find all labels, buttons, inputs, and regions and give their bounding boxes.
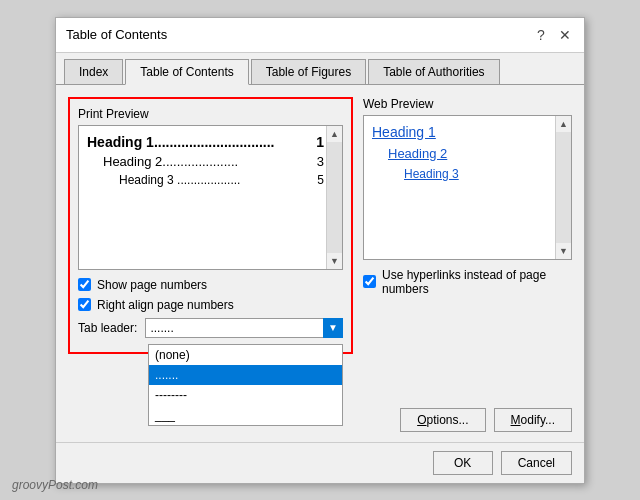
show-page-numbers-label: Show page numbers	[97, 278, 207, 292]
web-preview-box: Heading 1 Heading 2 Heading 3 ▲ ▼	[363, 115, 572, 260]
print-h3: Heading 3 ...................5	[119, 173, 324, 187]
web-h1: Heading 1	[372, 124, 553, 140]
scroll-track	[327, 142, 342, 253]
right-align-checkbox[interactable]	[78, 298, 91, 311]
right-align-row: Right align page numbers	[78, 298, 343, 312]
modify-button[interactable]: Modify...	[494, 408, 572, 432]
options-label: O	[417, 413, 426, 427]
print-h2: Heading 2.....................3	[103, 154, 324, 169]
dialog: Table of Contents ? ✕ Index Table of Con…	[55, 17, 585, 484]
tab-leader-display[interactable]: .......	[145, 318, 343, 338]
show-page-numbers-checkbox[interactable]	[78, 278, 91, 291]
dialog-title: Table of Contents	[66, 27, 167, 42]
tab-leader-row: Tab leader: ....... ▼	[78, 318, 343, 338]
dropdown-item-underline[interactable]: ___	[149, 405, 342, 425]
title-bar: Table of Contents ? ✕	[56, 18, 584, 53]
modify-rest: odify...	[521, 413, 555, 427]
tab-bar: Index Table of Contents Table of Figures…	[56, 53, 584, 85]
watermark: groovyPost.com	[12, 478, 98, 492]
help-button[interactable]: ?	[532, 26, 550, 44]
dropdown-item-none[interactable]: (none)	[149, 345, 342, 365]
scroll-down-arrow[interactable]: ▼	[327, 253, 343, 269]
tab-leader-wrapper: ....... ▼	[145, 318, 343, 338]
dropdown-item-dashes[interactable]: --------	[149, 385, 342, 405]
main-content: Print Preview Heading 1.................…	[56, 85, 584, 402]
right-align-label: Right align page numbers	[97, 298, 234, 312]
tab-authorities[interactable]: Table of Authorities	[368, 59, 499, 84]
bottom-buttons: OK Cancel	[56, 442, 584, 483]
print-preview-box: Heading 1...............................…	[78, 125, 343, 270]
web-preview-label: Web Preview	[363, 97, 572, 111]
checkbox-section: Show page numbers Right align page numbe…	[78, 278, 343, 312]
web-h3: Heading 3	[404, 167, 553, 181]
print-preview-label: Print Preview	[78, 107, 343, 121]
right-options: Use hyperlinks instead of page numbers	[363, 260, 572, 296]
use-hyperlinks-row: Use hyperlinks instead of page numbers	[363, 268, 572, 296]
print-preview-scrollbar[interactable]: ▲ ▼	[326, 126, 342, 269]
ok-button[interactable]: OK	[433, 451, 493, 475]
title-controls: ? ✕	[532, 26, 574, 44]
use-hyperlinks-checkbox[interactable]	[363, 275, 376, 288]
tab-leader-label: Tab leader:	[78, 321, 137, 335]
scroll-up-arrow[interactable]: ▲	[327, 126, 343, 142]
dropdown-list: (none) ....... -------- ___	[148, 344, 343, 426]
cancel-button[interactable]: Cancel	[501, 451, 572, 475]
close-button[interactable]: ✕	[556, 26, 574, 44]
options-modify-buttons: Options... Modify...	[400, 408, 572, 432]
web-scroll-down-arrow[interactable]: ▼	[556, 243, 572, 259]
left-panel-bordered: Print Preview Heading 1.................…	[68, 97, 353, 354]
print-h1: Heading 1...............................…	[87, 134, 324, 150]
web-scroll-up-arrow[interactable]: ▲	[556, 116, 572, 132]
right-panel: Web Preview Heading 1 Heading 2 Heading …	[363, 97, 572, 390]
tab-toc[interactable]: Table of Contents	[125, 59, 248, 85]
web-scroll-track	[556, 132, 571, 243]
tab-index[interactable]: Index	[64, 59, 123, 84]
left-panel: Print Preview Heading 1.................…	[68, 97, 353, 390]
dropdown-item-dots[interactable]: .......	[149, 365, 342, 385]
options-rest: ptions...	[427, 413, 469, 427]
web-preview-scrollbar[interactable]: ▲ ▼	[555, 116, 571, 259]
show-page-numbers-row: Show page numbers	[78, 278, 343, 292]
tab-figures[interactable]: Table of Figures	[251, 59, 366, 84]
use-hyperlinks-label: Use hyperlinks instead of page numbers	[382, 268, 572, 296]
options-button[interactable]: Options...	[400, 408, 485, 432]
modify-label: M	[511, 413, 521, 427]
web-h2: Heading 2	[388, 146, 553, 161]
